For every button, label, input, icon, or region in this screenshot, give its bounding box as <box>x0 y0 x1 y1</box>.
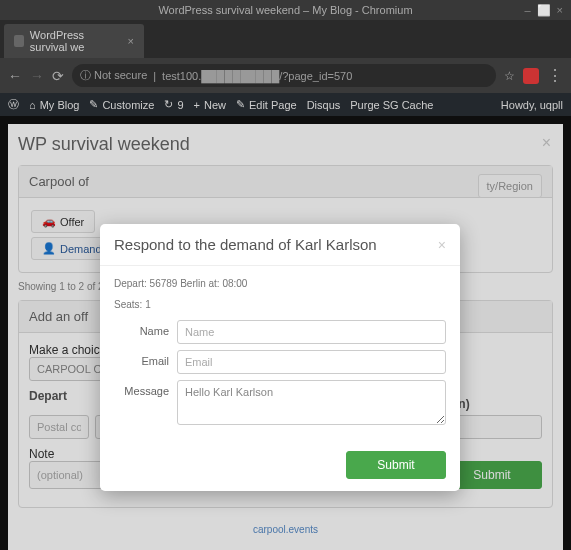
minimize-icon[interactable]: – <box>524 4 530 17</box>
updates-link[interactable]: ↻9 <box>164 98 183 111</box>
depart-info: Depart: 56789 Berlin at: 08:00 <box>114 278 446 289</box>
back-button[interactable]: ← <box>8 68 22 84</box>
message-textarea[interactable]: Hello Karl Karlson <box>177 380 446 425</box>
disqus-link[interactable]: Disqus <box>307 99 341 111</box>
name-input[interactable] <box>177 320 446 344</box>
favicon-icon <box>14 35 24 47</box>
plus-icon: + <box>194 99 200 111</box>
close-icon[interactable]: × <box>557 4 563 17</box>
new-link[interactable]: +New <box>194 99 226 111</box>
window-title: WordPress survival weekend – My Blog - C… <box>158 4 412 16</box>
seats-info: Seats: 1 <box>114 299 446 310</box>
respond-modal: Respond to the demand of Karl Karlson × … <box>100 224 460 491</box>
updates-icon: ↻ <box>164 98 173 111</box>
browser-menu-icon[interactable]: ⋮ <box>547 66 563 85</box>
brush-icon: ✎ <box>89 98 98 111</box>
name-label: Name <box>114 320 169 337</box>
edit-page-link[interactable]: ✎Edit Page <box>236 98 297 111</box>
address-bar: ← → ⟳ ⓘ Not secure | test100.██████████/… <box>0 58 571 93</box>
home-icon: ⌂ <box>29 99 36 111</box>
modal-title: Respond to the demand of Karl Karlson <box>114 236 377 253</box>
url-field[interactable]: ⓘ Not secure | test100.██████████/?page_… <box>72 64 496 87</box>
window-titlebar: WordPress survival weekend – My Blog - C… <box>0 0 571 20</box>
forward-button: → <box>30 68 44 84</box>
tab-label: WordPress survival we <box>30 29 122 53</box>
message-label: Message <box>114 380 169 397</box>
site-link[interactable]: ⌂My Blog <box>29 99 79 111</box>
extension-icon[interactable] <box>523 68 539 84</box>
not-secure-label: ⓘ Not secure <box>80 68 147 83</box>
tab-bar: WordPress survival we × <box>0 20 571 58</box>
email-input-modal[interactable] <box>177 350 446 374</box>
howdy-user[interactable]: Howdy, uqpll <box>501 99 563 111</box>
maximize-icon[interactable]: ⬜ <box>537 4 551 17</box>
modal-close-icon[interactable]: × <box>438 237 446 253</box>
browser-tab[interactable]: WordPress survival we × <box>4 24 144 58</box>
purge-cache-link[interactable]: Purge SG Cache <box>350 99 433 111</box>
bookmark-icon[interactable]: ☆ <box>504 69 515 83</box>
wp-logo-icon[interactable]: ⓦ <box>8 97 19 112</box>
email-label-modal: Email <box>114 350 169 367</box>
pencil-icon: ✎ <box>236 98 245 111</box>
customize-link[interactable]: ✎Customize <box>89 98 154 111</box>
wp-admin-bar: ⓦ ⌂My Blog ✎Customize ↻9 +New ✎Edit Page… <box>0 93 571 116</box>
url-text: test100.██████████/?page_id=570 <box>162 70 352 82</box>
modal-submit-button[interactable]: Submit <box>346 451 446 479</box>
reload-button[interactable]: ⟳ <box>52 68 64 84</box>
tab-close-icon[interactable]: × <box>128 35 134 47</box>
